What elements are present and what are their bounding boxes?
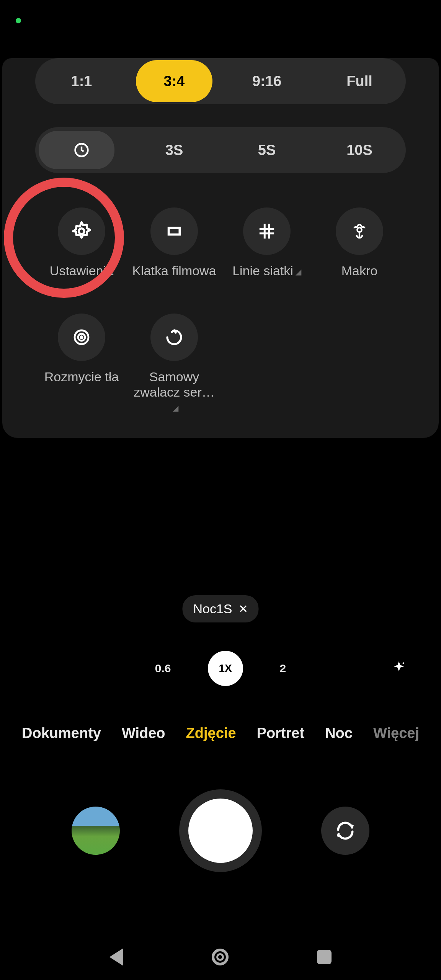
grid-lines-button[interactable]: Linie siatki◢ [220, 207, 313, 278]
auto-timer-label: Samowy zwalacz ser…◢ [132, 369, 216, 415]
mode-photo[interactable]: Zdjęcie [186, 725, 236, 742]
gallery-thumbnail[interactable] [72, 807, 120, 855]
switch-camera-icon [335, 820, 356, 841]
grid-icon [258, 222, 276, 240]
settings-label: Ustawienia [50, 263, 113, 278]
blur-icon [72, 328, 91, 346]
nav-back-button[interactable] [109, 948, 123, 966]
zoom-2[interactable]: 2 [280, 662, 286, 675]
close-icon: ✕ [238, 602, 248, 616]
camera-active-indicator [16, 18, 21, 23]
ratio-3-4[interactable]: 3:4 [128, 58, 220, 104]
ratio-1-1[interactable]: 1:1 [35, 58, 128, 104]
macro-button[interactable]: Makro [313, 207, 406, 278]
film-frame-button[interactable]: Klatka filmowa [128, 207, 220, 278]
mode-portrait[interactable]: Portret [257, 725, 305, 742]
switch-camera-button[interactable] [321, 807, 369, 855]
auto-timer-button[interactable]: Samowy zwalacz ser…◢ [128, 314, 220, 415]
capture-modes: Dokumenty Wideo Zdjęcie Portret Noc Więc… [0, 725, 441, 742]
sparkle-icon [391, 660, 407, 675]
macro-label: Makro [341, 263, 377, 278]
options-grid: Ustawienia Klatka filmowa Linie siatki◢ [35, 207, 406, 415]
background-blur-label: Rozmycie tła [44, 369, 119, 384]
timer-10s[interactable]: 10S [313, 127, 406, 173]
svg-point-8 [403, 662, 404, 664]
camera-settings-panel: 1:1 3:4 9:16 Full 3S 5S 10S Ustawienia [2, 58, 439, 438]
timer-3s[interactable]: 3S [128, 127, 220, 173]
flower-icon [351, 222, 368, 240]
mode-documents[interactable]: Dokumenty [22, 725, 101, 742]
ratio-full[interactable]: Full [313, 58, 406, 104]
timer-selector: 3S 5S 10S [35, 127, 406, 173]
svg-point-7 [81, 336, 83, 338]
shutter-button[interactable] [179, 789, 262, 872]
auto-timer-icon [165, 328, 183, 346]
mode-more[interactable]: Więcej [373, 725, 419, 742]
active-filter-chip[interactable]: Noc1S ✕ [182, 595, 258, 622]
zoom-controls: 0.6 1X 2 [0, 651, 441, 686]
svg-point-4 [357, 227, 362, 232]
timer-off-icon [73, 142, 90, 158]
svg-point-1 [79, 229, 84, 234]
svg-rect-3 [170, 229, 179, 234]
settings-button[interactable]: Ustawienia [35, 207, 128, 278]
capture-controls [0, 789, 441, 873]
grid-lines-label: Linie siatki◢ [232, 263, 301, 278]
zoom-1x[interactable]: 1X [208, 651, 243, 686]
mode-video[interactable]: Wideo [122, 725, 165, 742]
ratio-9-16[interactable]: 9:16 [220, 58, 313, 104]
nav-recent-button[interactable] [317, 950, 332, 964]
timer-5s[interactable]: 5S [220, 127, 313, 173]
nav-home-button[interactable] [212, 949, 229, 965]
timer-off[interactable] [35, 127, 128, 173]
film-frame-icon [165, 222, 183, 240]
aspect-ratio-selector: 1:1 3:4 9:16 Full [35, 58, 406, 104]
shutter-inner-icon [188, 799, 253, 863]
zoom-0-6[interactable]: 0.6 [155, 662, 171, 675]
background-blur-button[interactable]: Rozmycie tła [35, 314, 128, 415]
mode-night[interactable]: Noc [325, 725, 353, 742]
film-frame-label: Klatka filmowa [132, 263, 216, 278]
gear-icon [71, 221, 92, 242]
effects-button[interactable] [391, 660, 407, 677]
filter-chip-label: Noc1S [193, 601, 232, 616]
android-nav-bar [0, 945, 441, 969]
